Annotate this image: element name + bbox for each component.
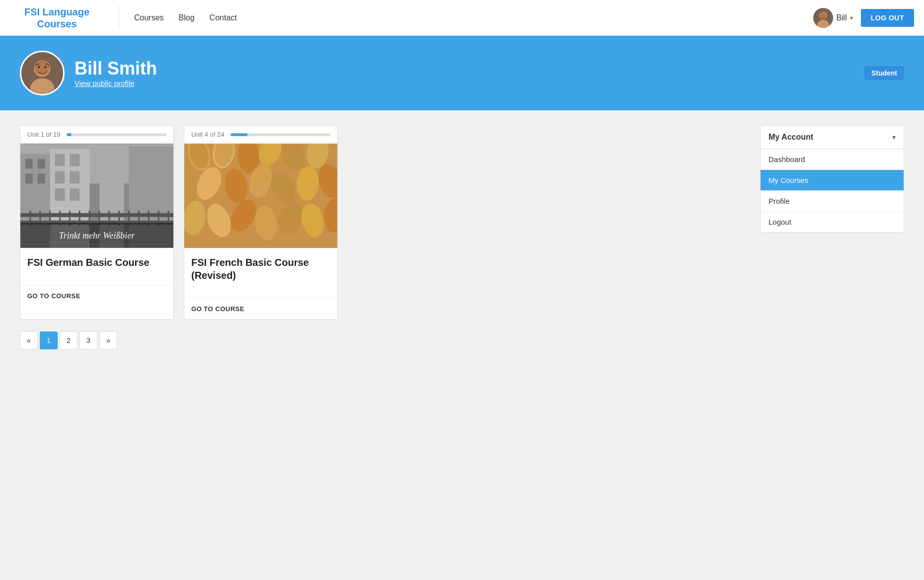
svg-point-9 (44, 66, 47, 69)
brand-line2: Courses (10, 18, 104, 30)
pagination-next[interactable]: » (99, 331, 117, 349)
svg-rect-23 (70, 188, 79, 201)
svg-point-8 (38, 66, 40, 69)
card-header-german: Unit 1 of 19 (20, 126, 173, 144)
sidebar: My Account ▾ Dashboard My Courses Profil… (760, 125, 904, 349)
hero-name: Bill Smith (75, 58, 157, 79)
svg-rect-22 (55, 188, 65, 201)
sidebar-item-profile[interactable]: Profile (761, 191, 904, 212)
card-body-french: FSI French Basic Course (Revised) (184, 248, 337, 298)
progress-bar-french (231, 133, 331, 136)
course-card-german: Unit 1 of 19 (20, 125, 174, 320)
course-image-german: Trinkt mehr Weißbier (20, 144, 173, 248)
card-header-french: Unit 4 of 24 (184, 126, 337, 144)
go-to-course-french[interactable]: GO TO COURSE (191, 305, 244, 313)
card-body-german: FSI German Basic Course (20, 248, 173, 285)
pagination-prev[interactable]: « (20, 331, 38, 349)
pagination-page-2[interactable]: 2 (60, 331, 77, 349)
sidebar-header[interactable]: My Account ▾ (761, 126, 904, 149)
card-title-german: FSI German Basic Course (27, 256, 166, 269)
courses-grid: Unit 1 of 19 (20, 125, 745, 320)
card-footer-german: GO TO COURSE (20, 285, 173, 306)
svg-rect-21 (70, 171, 79, 183)
pagination-page-1[interactable]: 1 (40, 331, 58, 349)
nav-contact-link[interactable]: Contact (210, 13, 237, 22)
sidebar-item-logout[interactable]: Logout (761, 212, 904, 232)
sidebar-header-title: My Account (769, 133, 813, 142)
courses-area: Unit 1 of 19 (20, 125, 745, 349)
course-image-french (184, 144, 337, 248)
logout-button[interactable]: LOG OUT (861, 9, 914, 27)
svg-rect-14 (38, 159, 45, 168)
card-footer-french: GO TO COURSE (184, 298, 337, 319)
pagination: « 1 2 3 » (20, 331, 745, 349)
avatar-image (813, 8, 833, 28)
chevron-down-icon: ▾ (850, 14, 853, 21)
german-image-svg: Trinkt mehr Weißbier (20, 144, 173, 248)
svg-point-7 (35, 60, 50, 75)
svg-rect-20 (55, 171, 65, 183)
svg-rect-16 (38, 173, 45, 183)
svg-text:Trinkt mehr Weißbier: Trinkt mehr Weißbier (59, 231, 135, 241)
hero-avatar-image (21, 52, 63, 94)
progress-fill-french (231, 133, 247, 136)
main-content: Unit 1 of 19 (0, 110, 924, 364)
view-public-profile-link[interactable]: View public profile (75, 79, 135, 87)
brand-line1: FSI Language (10, 6, 104, 18)
navbar: FSI Language Courses Courses Blog Contac… (0, 0, 924, 36)
avatar (813, 8, 833, 28)
nav-links: Courses Blog Contact (134, 13, 813, 22)
nav-blog-link[interactable]: Blog (179, 13, 195, 22)
pagination-page-3[interactable]: 3 (79, 331, 97, 349)
svg-rect-13 (25, 159, 33, 168)
svg-rect-26 (20, 213, 173, 217)
sidebar-item-dashboard[interactable]: Dashboard (761, 149, 904, 170)
card-title-french: FSI French Basic Course (Revised) (191, 256, 330, 282)
hero-info: Bill Smith View public profile (75, 58, 157, 88)
progress-bar-german (67, 133, 167, 136)
svg-rect-19 (70, 154, 79, 166)
svg-rect-18 (55, 154, 65, 166)
go-to-course-german[interactable]: GO TO COURSE (27, 292, 80, 300)
unit-label-german: Unit 1 of 19 (27, 131, 61, 138)
user-name: Bill (836, 13, 847, 22)
course-card-french: Unit 4 of 24 (184, 125, 338, 320)
sidebar-panel: My Account ▾ Dashboard My Courses Profil… (760, 125, 904, 233)
unit-label-french: Unit 4 of 24 (191, 131, 225, 138)
nav-right: Bill ▾ LOG OUT (813, 8, 914, 28)
brand-logo[interactable]: FSI Language Courses (10, 6, 119, 30)
hero-avatar (20, 51, 65, 95)
user-dropdown[interactable]: Bill ▾ (813, 8, 852, 28)
student-badge: Student (864, 66, 904, 80)
hero-banner: Bill Smith View public profile Student (0, 36, 924, 110)
svg-rect-15 (25, 173, 33, 183)
french-image-svg (184, 144, 337, 248)
chevron-down-icon: ▾ (892, 133, 896, 141)
nav-courses-link[interactable]: Courses (134, 13, 164, 22)
progress-fill-german (67, 133, 72, 136)
sidebar-item-my-courses[interactable]: My Courses (761, 170, 904, 191)
